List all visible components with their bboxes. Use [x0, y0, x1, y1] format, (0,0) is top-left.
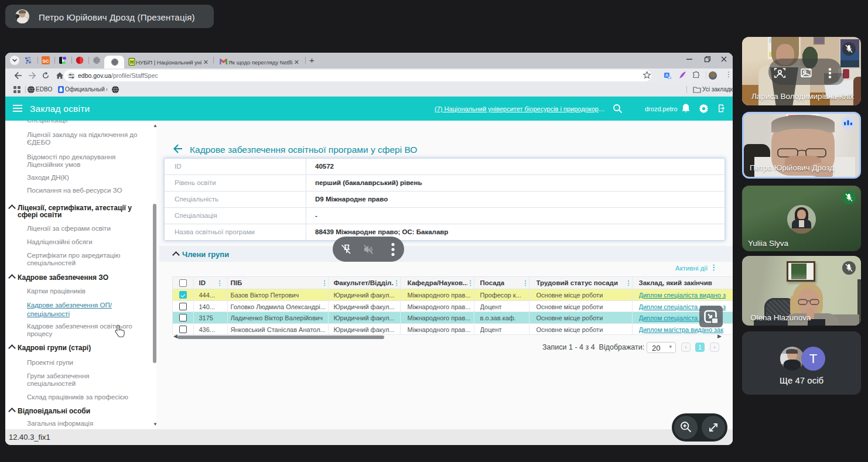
svg-text:Н: Н [130, 59, 134, 65]
svg-text:A: A [665, 73, 668, 78]
svg-text:SC: SC [42, 59, 49, 64]
